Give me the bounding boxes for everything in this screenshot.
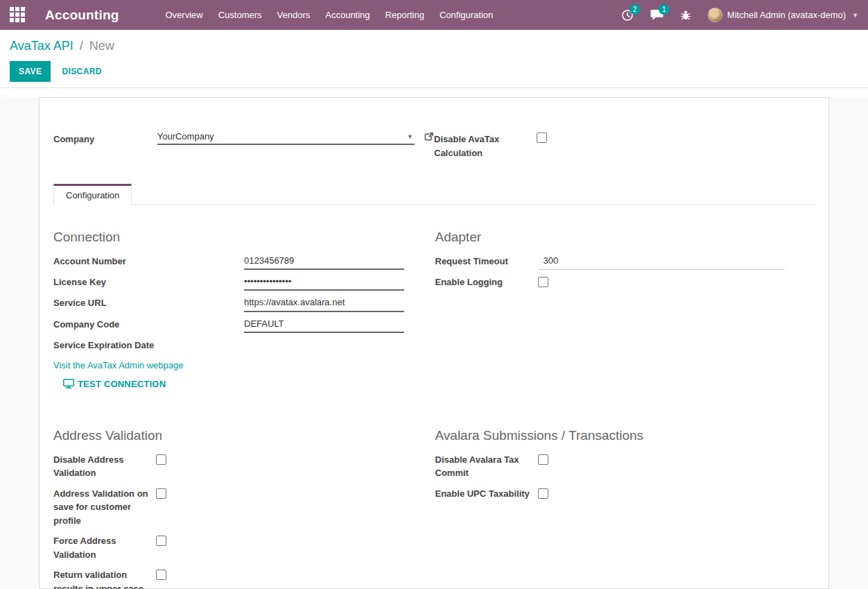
disable-address-validation-checkbox[interactable] — [156, 454, 166, 465]
activity-badge: 2 — [630, 4, 641, 15]
menu-accounting[interactable]: Accounting — [318, 1, 377, 28]
disable-address-validation-label: Disable Address Validation — [53, 453, 156, 480]
return-validation-uppercase-checkbox[interactable] — [156, 570, 166, 580]
messages-icon-wrap[interactable]: 1 — [650, 9, 663, 21]
company-input[interactable]: YourCompany ▼ — [157, 131, 415, 145]
breadcrumb-separator: / — [80, 39, 83, 53]
force-address-validation-label: Force Address Validation — [53, 534, 156, 561]
user-menu[interactable]: Mitchell Admin (avatax-demo) ▼ — [708, 8, 858, 22]
avatax-admin-webpage-link[interactable]: Visit the AvaTax Admin webpage — [53, 360, 183, 370]
license-key-input[interactable]: ••••••••••••••• — [244, 275, 404, 291]
menu-customers[interactable]: Customers — [211, 1, 270, 28]
external-link-icon[interactable] — [424, 132, 434, 142]
adapter-title: Adapter — [435, 230, 815, 245]
force-address-validation-checkbox[interactable] — [156, 536, 166, 546]
disable-avalara-tax-commit-label: Disable Avalara Tax Commit — [435, 453, 538, 480]
enable-upc-taxability-label: Enable UPC Taxability — [435, 487, 538, 501]
monitor-icon — [63, 379, 74, 389]
adapter-group: Adapter Request Timeout 300 Enable Loggi… — [435, 230, 815, 389]
message-badge: 1 — [659, 4, 670, 15]
account-number-input[interactable]: 0123456789 — [244, 255, 404, 270]
dropdown-caret-icon[interactable]: ▼ — [407, 133, 413, 140]
disable-avatax-checkbox[interactable] — [537, 133, 547, 143]
tab-configuration[interactable]: Configuration — [53, 184, 132, 206]
breadcrumb-current: New — [89, 39, 114, 53]
discard-button[interactable]: DISCARD — [62, 67, 101, 76]
company-code-label: Company Code — [53, 318, 244, 332]
form-sheet: Company YourCompany ▼ Disable AvaTax Cal… — [39, 97, 829, 589]
page-background: Company YourCompany ▼ Disable AvaTax Cal… — [0, 97, 868, 589]
service-expiration-date-value — [244, 339, 404, 340]
service-url-input[interactable]: https://avatax.avalara.net — [244, 296, 404, 311]
address-validation-group: Address Validation Disable Address Valid… — [53, 428, 433, 589]
enable-logging-label: Enable Logging — [435, 275, 538, 289]
notebook-tab-bar: Configuration — [53, 183, 815, 205]
connection-group: Connection Account Number 0123456789 Lic… — [53, 230, 433, 389]
chevron-down-icon: ▼ — [852, 12, 858, 19]
menu-overview[interactable]: Overview — [158, 1, 211, 28]
service-url-label: Service URL — [53, 296, 244, 310]
avatar — [708, 8, 722, 22]
address-validation-on-save-label: Address Validation on save for customer … — [53, 487, 156, 528]
top-menu: Overview Customers Vendors Accounting Re… — [158, 1, 501, 28]
user-name: Mitchell Admin (avatax-demo) — [727, 10, 846, 20]
control-panel: AvaTax API / New SAVE DISCARD — [0, 30, 868, 88]
company-label: Company — [53, 131, 157, 146]
bug-icon — [680, 10, 691, 21]
save-button[interactable]: SAVE — [10, 61, 51, 82]
test-connection-button[interactable]: TEST CONNECTION — [63, 379, 166, 389]
address-validation-title: Address Validation — [53, 428, 433, 443]
avalara-submissions-group: Avalara Submissions / Transactions Disab… — [435, 428, 815, 589]
debug-bug-icon[interactable] — [680, 10, 691, 21]
enable-logging-checkbox[interactable] — [538, 277, 548, 287]
test-connection-label: TEST CONNECTION — [78, 379, 166, 389]
breadcrumb: AvaTax API / New — [10, 39, 858, 53]
enable-upc-taxability-checkbox[interactable] — [538, 488, 548, 499]
activities-clock-icon[interactable]: 2 — [621, 9, 634, 22]
disable-avatax-label: Disable AvaTax Calculation — [434, 131, 537, 160]
request-timeout-label: Request Timeout — [435, 255, 538, 268]
address-validation-on-save-checkbox[interactable] — [156, 488, 166, 499]
request-timeout-input[interactable]: 300 — [538, 255, 785, 270]
disable-avalara-tax-commit-checkbox[interactable] — [538, 454, 548, 465]
account-number-label: Account Number — [53, 255, 244, 268]
menu-vendors[interactable]: Vendors — [270, 1, 318, 28]
app-title[interactable]: Accounting — [45, 8, 119, 23]
menu-configuration[interactable]: Configuration — [432, 1, 501, 28]
top-navbar: Accounting Overview Customers Vendors Ac… — [0, 0, 868, 30]
return-validation-uppercase-label: Return validation results in upper case — [53, 568, 156, 589]
company-code-input[interactable]: DEFAULT — [244, 318, 404, 333]
breadcrumb-avatax-api[interactable]: AvaTax API — [10, 39, 73, 53]
service-expiration-date-label: Service Expiration Date — [53, 339, 244, 352]
menu-reporting[interactable]: Reporting — [378, 1, 432, 28]
apps-grid-icon[interactable] — [10, 7, 26, 23]
company-value[interactable]: YourCompany — [157, 131, 407, 142]
connection-title: Connection — [53, 230, 433, 245]
avalara-submissions-title: Avalara Submissions / Transactions — [435, 428, 815, 443]
license-key-label: License Key — [53, 275, 244, 289]
